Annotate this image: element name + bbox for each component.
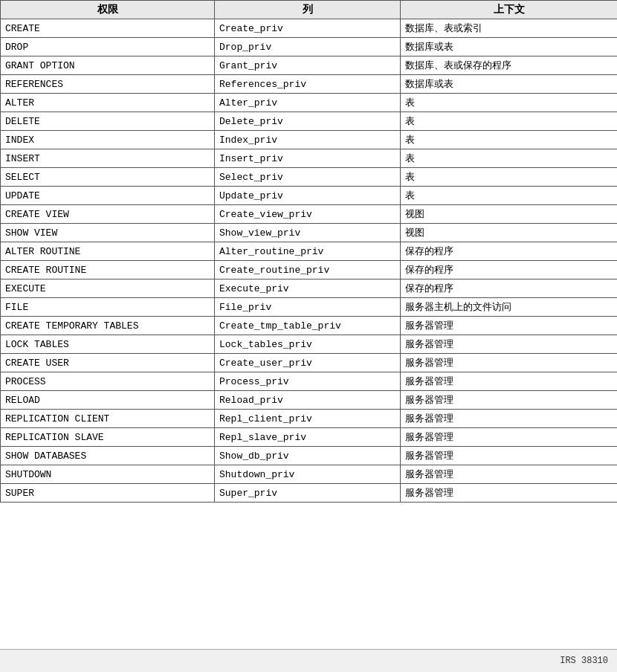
table-row: SHOW DATABASESShow_db_priv服务器管理 <box>1 447 618 465</box>
cell-column: Insert_priv <box>215 149 401 168</box>
cell-column: Process_priv <box>215 372 401 391</box>
cell-context: 保存的程序 <box>401 261 618 280</box>
table-row: SUPERSuper_priv服务器管理 <box>1 484 618 503</box>
table-row: REPLICATION CLIENTRepl_client_priv服务器管理 <box>1 410 618 428</box>
cell-column: Execute_priv <box>215 280 401 298</box>
cell-privilege: EXECUTE <box>1 280 215 298</box>
cell-privilege: SHOW DATABASES <box>1 447 215 465</box>
cell-context: 数据库、表或保存的程序 <box>401 56 618 75</box>
cell-context: 服务器主机上的文件访问 <box>401 298 618 317</box>
cell-privilege: RELOAD <box>1 391 215 410</box>
cell-privilege: FILE <box>1 298 215 317</box>
cell-privilege: DELETE <box>1 112 215 131</box>
cell-privilege: GRANT OPTION <box>1 56 215 75</box>
cell-column: Lock_tables_priv <box>215 335 401 354</box>
cell-context: 数据库、表或索引 <box>401 19 618 38</box>
table-row: DROPDrop_priv数据库或表 <box>1 38 618 56</box>
cell-column: Shutdown_priv <box>215 465 401 484</box>
table-header-row: 权限 列 上下文 <box>1 1 618 19</box>
table-row: CREATE USERCreate_user_priv服务器管理 <box>1 354 618 372</box>
cell-column: Alter_priv <box>215 94 401 112</box>
cell-privilege: DROP <box>1 38 215 56</box>
table-row: SELECTSelect_priv表 <box>1 168 618 187</box>
page-container: 权限 列 上下文 CREATECreate_priv数据库、表或索引DROPDr… <box>0 0 617 672</box>
cell-privilege: SUPER <box>1 484 215 503</box>
cell-privilege: REPLICATION CLIENT <box>1 410 215 428</box>
cell-privilege: SELECT <box>1 168 215 187</box>
table-row: REFERENCESReferences_priv数据库或表 <box>1 75 618 94</box>
privileges-table: 权限 列 上下文 CREATECreate_priv数据库、表或索引DROPDr… <box>0 0 617 503</box>
cell-context: 视图 <box>401 205 618 224</box>
table-row: GRANT OPTIONGrant_priv数据库、表或保存的程序 <box>1 56 618 75</box>
cell-column: Repl_client_priv <box>215 410 401 428</box>
cell-column: Index_priv <box>215 131 401 149</box>
cell-column: Create_priv <box>215 19 401 38</box>
cell-context: 表 <box>401 149 618 168</box>
table-row: REPLICATION SLAVERepl_slave_priv服务器管理 <box>1 428 618 447</box>
cell-context: 表 <box>401 187 618 205</box>
header-column: 列 <box>215 1 401 19</box>
cell-privilege: CREATE VIEW <box>1 205 215 224</box>
cell-privilege: UPDATE <box>1 187 215 205</box>
table-row: INSERTInsert_priv表 <box>1 149 618 168</box>
cell-context: 服务器管理 <box>401 484 618 503</box>
cell-context: 服务器管理 <box>401 354 618 372</box>
cell-column: Delete_priv <box>215 112 401 131</box>
cell-privilege: CREATE <box>1 19 215 38</box>
table-row: ALTER ROUTINEAlter_routine_priv保存的程序 <box>1 242 618 261</box>
header-privilege: 权限 <box>1 1 215 19</box>
cell-context: 表 <box>401 112 618 131</box>
cell-column: References_priv <box>215 75 401 94</box>
cell-privilege: CREATE USER <box>1 354 215 372</box>
table-row: SHUTDOWNShutdown_priv服务器管理 <box>1 465 618 484</box>
cell-context: 服务器管理 <box>401 428 618 447</box>
footer-bar: IRS 38310 <box>0 649 617 672</box>
footer-label: IRS 38310 <box>560 656 608 666</box>
table-row: DELETEDelete_priv表 <box>1 112 618 131</box>
cell-column: File_priv <box>215 298 401 317</box>
cell-context: 服务器管理 <box>401 410 618 428</box>
cell-context: 表 <box>401 94 618 112</box>
table-row: CREATE TEMPORARY TABLESCreate_tmp_table_… <box>1 317 618 335</box>
cell-privilege: SHOW VIEW <box>1 224 215 242</box>
cell-context: 数据库或表 <box>401 38 618 56</box>
cell-column: Repl_slave_priv <box>215 428 401 447</box>
table-row: CREATE ROUTINECreate_routine_priv保存的程序 <box>1 261 618 280</box>
cell-privilege: REFERENCES <box>1 75 215 94</box>
table-row: EXECUTEExecute_priv保存的程序 <box>1 280 618 298</box>
table-row: PROCESSProcess_priv服务器管理 <box>1 372 618 391</box>
cell-context: 服务器管理 <box>401 317 618 335</box>
cell-column: Select_priv <box>215 168 401 187</box>
cell-column: Create_tmp_table_priv <box>215 317 401 335</box>
cell-context: 数据库或表 <box>401 75 618 94</box>
cell-privilege: REPLICATION SLAVE <box>1 428 215 447</box>
table-row: INDEXIndex_priv表 <box>1 131 618 149</box>
cell-column: Alter_routine_priv <box>215 242 401 261</box>
header-context: 上下文 <box>401 1 618 19</box>
cell-column: Super_priv <box>215 484 401 503</box>
cell-column: Show_view_priv <box>215 224 401 242</box>
cell-column: Reload_priv <box>215 391 401 410</box>
cell-context: 服务器管理 <box>401 465 618 484</box>
cell-privilege: INDEX <box>1 131 215 149</box>
table-row: UPDATEUpdate_priv表 <box>1 187 618 205</box>
cell-column: Show_db_priv <box>215 447 401 465</box>
table-row: CREATECreate_priv数据库、表或索引 <box>1 19 618 38</box>
table-row: FILEFile_priv服务器主机上的文件访问 <box>1 298 618 317</box>
cell-privilege: LOCK TABLES <box>1 335 215 354</box>
table-row: SHOW VIEWShow_view_priv视图 <box>1 224 618 242</box>
cell-column: Create_routine_priv <box>215 261 401 280</box>
cell-column: Update_priv <box>215 187 401 205</box>
cell-privilege: ALTER ROUTINE <box>1 242 215 261</box>
cell-column: Grant_priv <box>215 56 401 75</box>
cell-privilege: CREATE ROUTINE <box>1 261 215 280</box>
cell-privilege: INSERT <box>1 149 215 168</box>
cell-privilege: PROCESS <box>1 372 215 391</box>
cell-context: 服务器管理 <box>401 391 618 410</box>
cell-column: Drop_priv <box>215 38 401 56</box>
cell-context: 表 <box>401 131 618 149</box>
cell-column: Create_user_priv <box>215 354 401 372</box>
cell-privilege: ALTER <box>1 94 215 112</box>
cell-column: Create_view_priv <box>215 205 401 224</box>
cell-context: 保存的程序 <box>401 280 618 298</box>
